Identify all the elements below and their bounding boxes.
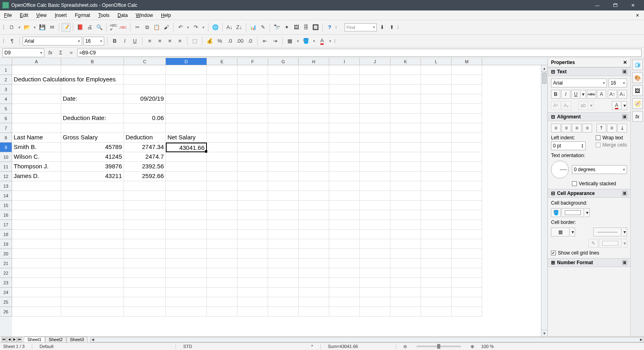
cell-K6[interactable] — [390, 114, 421, 123]
font-size-combo[interactable]: 16▾ — [83, 37, 104, 46]
cell-F20[interactable] — [237, 249, 268, 259]
cell-H7[interactable] — [299, 123, 329, 133]
cell-K23[interactable] — [390, 278, 421, 288]
menu-edit[interactable]: Edit — [18, 12, 30, 19]
cell-J14[interactable] — [360, 191, 390, 201]
sidebar-close-icon[interactable]: ✕ — [623, 60, 627, 65]
cell-B20[interactable] — [61, 249, 124, 259]
currency-icon[interactable]: 💰 — [205, 37, 214, 46]
cell-C6[interactable]: 0.06 — [124, 114, 166, 123]
window-close-button[interactable]: ✕ — [624, 0, 642, 10]
cell-L5[interactable] — [421, 104, 452, 114]
cell-H14[interactable] — [299, 191, 329, 201]
cell-A22[interactable] — [12, 268, 61, 278]
cell-F19[interactable] — [237, 239, 268, 249]
cell-I17[interactable] — [329, 220, 360, 230]
paste-icon[interactable]: 📋 — [152, 23, 161, 32]
cell-M22[interactable] — [452, 268, 482, 278]
cell-A19[interactable] — [12, 239, 61, 249]
cell-C25[interactable] — [124, 297, 166, 307]
status-mode[interactable]: STD — [183, 344, 304, 349]
find-dropdown-icon[interactable]: ▾ — [373, 25, 375, 29]
cell-K10[interactable] — [390, 152, 421, 162]
cell-J20[interactable] — [360, 249, 390, 259]
copy-icon[interactable]: ⧉ — [142, 23, 151, 32]
menu-data[interactable]: Data — [116, 12, 129, 19]
cell-L1[interactable] — [421, 65, 452, 75]
cell-H15[interactable] — [299, 201, 329, 210]
sidebar-strike-icon[interactable]: ABC — [587, 90, 596, 99]
cell-D16[interactable] — [166, 210, 207, 220]
cell-L23[interactable] — [421, 278, 452, 288]
cell-J22[interactable] — [360, 268, 390, 278]
cell-A2[interactable]: Deduction Calculations for Employees — [12, 75, 61, 85]
cell-G2[interactable] — [268, 75, 299, 85]
cell-A17[interactable] — [12, 220, 61, 230]
edit-file-icon[interactable]: 📝 — [62, 23, 70, 32]
select-all-corner[interactable] — [0, 58, 12, 65]
cell-K1[interactable] — [390, 65, 421, 75]
horizontal-scrollbar[interactable]: ◀ ▶ — [90, 337, 644, 342]
cell-F10[interactable] — [237, 152, 268, 162]
cell-B23[interactable] — [61, 278, 124, 288]
cell-G25[interactable] — [268, 297, 299, 307]
cell-A14[interactable] — [12, 191, 61, 201]
cell-J2[interactable] — [360, 75, 390, 85]
sidebar-tab-styles-icon[interactable]: 🎨 — [632, 72, 643, 83]
cell-F6[interactable] — [237, 114, 268, 123]
cell-I14[interactable] — [329, 191, 360, 201]
cell-C16[interactable] — [124, 210, 166, 220]
cell-B8[interactable]: Gross Salary — [61, 133, 124, 143]
bold-icon[interactable]: B — [110, 37, 119, 46]
cell-D1[interactable] — [166, 65, 207, 75]
cell-B24[interactable] — [61, 288, 124, 297]
cell-G11[interactable] — [268, 162, 299, 172]
cell-L12[interactable] — [421, 172, 452, 181]
valign-bot-icon[interactable]: ⤓ — [617, 124, 627, 133]
row-header-8[interactable]: 8 — [0, 133, 12, 143]
cell-E18[interactable] — [207, 230, 237, 239]
navigator-icon[interactable]: ✦ — [282, 23, 291, 32]
cell-B1[interactable] — [61, 65, 124, 75]
cell-I6[interactable] — [329, 114, 360, 123]
cell-L22[interactable] — [421, 268, 452, 278]
col-header-C[interactable]: C — [124, 58, 166, 65]
cell-E24[interactable] — [207, 288, 237, 297]
cell-F16[interactable] — [237, 210, 268, 220]
sidebar-font-combo[interactable]: Arial▾ — [551, 79, 607, 87]
cell-J18[interactable] — [360, 230, 390, 239]
col-header-H[interactable]: H — [299, 58, 329, 65]
sidebar-tab-functions-icon[interactable]: fx — [632, 111, 643, 122]
datasources-icon[interactable]: 🗄 — [301, 23, 310, 32]
cell-I10[interactable] — [329, 152, 360, 162]
cell-I9[interactable] — [329, 143, 360, 152]
cell-H19[interactable] — [299, 239, 329, 249]
cell-M21[interactable] — [452, 259, 482, 268]
cell-M6[interactable] — [452, 114, 482, 123]
cell-I15[interactable] — [329, 201, 360, 210]
scroll-down-icon[interactable]: ▼ — [541, 330, 547, 336]
row-header-11[interactable]: 11 — [0, 162, 12, 172]
cell-M7[interactable] — [452, 123, 482, 133]
cell-E13[interactable] — [207, 181, 237, 191]
cell-E7[interactable] — [207, 123, 237, 133]
row-header-24[interactable]: 24 — [0, 288, 12, 297]
cell-J4[interactable] — [360, 94, 390, 104]
row-header-12[interactable]: 12 — [0, 172, 12, 181]
format-paintbrush-icon[interactable]: 🖌 — [162, 23, 171, 32]
cell-F7[interactable] — [237, 123, 268, 133]
cell-G7[interactable] — [268, 123, 299, 133]
cell-M26[interactable] — [452, 307, 482, 317]
cell-J13[interactable] — [360, 181, 390, 191]
cell-A25[interactable] — [12, 297, 61, 307]
cell-F23[interactable] — [237, 278, 268, 288]
redo-icon[interactable]: ↷ — [191, 23, 200, 32]
cell-A10[interactable]: Wilson C. — [12, 152, 61, 162]
cell-L2[interactable] — [421, 75, 452, 85]
cell-J10[interactable] — [360, 152, 390, 162]
cell-J8[interactable] — [360, 133, 390, 143]
sidebar-super-icon[interactable]: Aᵃ — [551, 101, 561, 110]
email-icon[interactable]: ✉ — [47, 23, 56, 32]
cell-E5[interactable] — [207, 104, 237, 114]
cell-F2[interactable] — [237, 75, 268, 85]
